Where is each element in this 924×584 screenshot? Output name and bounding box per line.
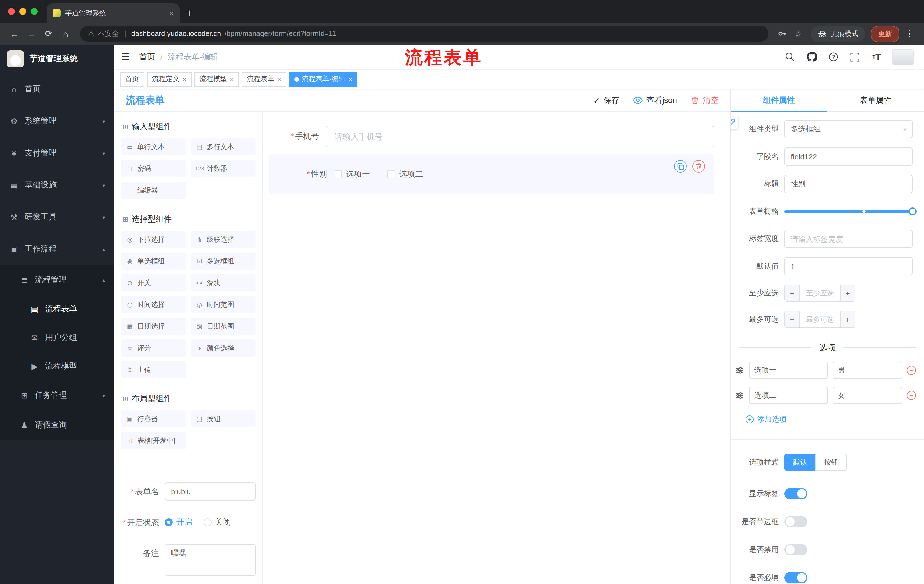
palette-item-cascader[interactable]: ⋔级联选择 bbox=[191, 231, 256, 248]
tab-component-properties[interactable]: 组件属性 bbox=[731, 89, 827, 112]
palette-item-time-range[interactable]: ◶时间范围 bbox=[191, 296, 256, 313]
form-canvas[interactable]: *手机号 bbox=[263, 112, 730, 584]
tag-close-icon[interactable]: × bbox=[277, 76, 281, 82]
sidebar-item-dev-tools[interactable]: ⚒ 研发工具 ▾ bbox=[0, 201, 114, 233]
palette-item-multi-line-text[interactable]: ▤多行文本 bbox=[191, 138, 256, 155]
palette-item-button[interactable]: ▢按钮 bbox=[191, 410, 256, 428]
palette-item-rate[interactable]: ☆评分 bbox=[121, 339, 186, 357]
tag-close-icon[interactable]: × bbox=[348, 76, 352, 82]
required-switch[interactable] bbox=[784, 572, 807, 584]
decrease-button[interactable]: − bbox=[785, 285, 800, 301]
view-json-button[interactable]: 查看json bbox=[633, 95, 677, 105]
sidebar-item-system-management[interactable]: ⚙ 系统管理 ▾ bbox=[0, 105, 114, 137]
palette-item-password[interactable]: ⊡密码 bbox=[121, 160, 186, 177]
binding-drawer-handle[interactable] bbox=[731, 114, 738, 129]
style-button-button[interactable]: 按钮 bbox=[815, 454, 847, 471]
copy-field-button[interactable] bbox=[674, 160, 687, 173]
sidebar-item-workflow[interactable]: ▣ 工作流程 ▴ bbox=[0, 233, 114, 265]
slider-handle[interactable] bbox=[909, 207, 917, 216]
sidebar-item-process-management[interactable]: ≣ 流程管理 ▴ bbox=[0, 265, 114, 295]
checkbox-box-icon[interactable] bbox=[334, 170, 342, 178]
breadcrumb-home[interactable]: 首页 bbox=[139, 52, 155, 62]
increase-button[interactable]: + bbox=[840, 285, 855, 301]
tag-close-icon[interactable]: × bbox=[230, 76, 234, 82]
status-on-radio[interactable]: 开启 bbox=[165, 517, 192, 527]
forward-button[interactable]: → bbox=[24, 26, 39, 41]
status-off-radio[interactable]: 关闭 bbox=[203, 517, 231, 527]
palette-item-single-line-text[interactable]: ▭单行文本 bbox=[121, 138, 186, 155]
tag-process-definition[interactable]: 流程定义 × bbox=[147, 72, 191, 87]
add-option-button[interactable]: + 添加选项 bbox=[746, 414, 924, 424]
window-minimize-button[interactable] bbox=[20, 8, 26, 15]
search-icon[interactable] bbox=[783, 51, 796, 63]
min-select-value[interactable]: 至少应选 bbox=[800, 285, 840, 301]
palette-item-counter[interactable]: 123计数器 bbox=[191, 160, 256, 177]
phone-input[interactable] bbox=[326, 126, 714, 147]
palette-item-checkbox-group[interactable]: ☑多选框组 bbox=[191, 253, 256, 270]
checkbox-box-icon[interactable] bbox=[387, 170, 395, 178]
increase-button[interactable]: + bbox=[840, 311, 855, 327]
sidebar-item-infrastructure[interactable]: ▤ 基础设施 ▾ bbox=[0, 169, 114, 201]
option-label-input[interactable] bbox=[749, 362, 828, 379]
sidebar-item-process-form[interactable]: ▤ 流程表单 bbox=[0, 295, 114, 323]
menu-fold-icon[interactable]: ☰ bbox=[121, 51, 130, 63]
decrease-button[interactable]: − bbox=[785, 311, 800, 327]
palette-item-dropdown-select[interactable]: ◎下拉选择 bbox=[121, 231, 186, 248]
tag-process-form[interactable]: 流程表单 × bbox=[242, 72, 287, 87]
remove-option-button[interactable]: − bbox=[907, 366, 916, 375]
min-select-stepper[interactable]: − 至少应选 + bbox=[784, 285, 855, 302]
canvas-field-phone[interactable]: *手机号 bbox=[269, 126, 714, 147]
form-grid-slider[interactable] bbox=[784, 202, 912, 220]
sidebar-item-leave-query[interactable]: ♟ 请假查询 bbox=[0, 410, 114, 440]
palette-item-editor[interactable]: 编辑器 bbox=[121, 182, 186, 199]
palette-item-row-container[interactable]: ▣行容器 bbox=[121, 410, 186, 428]
palette-item-switch[interactable]: ⊙开关 bbox=[121, 274, 186, 291]
sidebar-item-home[interactable]: ⌂ 首页 bbox=[0, 73, 114, 105]
disabled-switch[interactable] bbox=[784, 544, 807, 555]
reload-button[interactable]: ⟳ bbox=[41, 26, 56, 41]
browser-tab[interactable]: 芋道管理系统 × bbox=[47, 3, 180, 23]
palette-item-table[interactable]: ⊞表格[开发中] bbox=[121, 432, 186, 449]
password-key-icon[interactable] bbox=[776, 29, 789, 38]
component-type-select[interactable]: 多选框组 ▾ bbox=[784, 120, 912, 138]
tag-home[interactable]: 首页 bbox=[120, 72, 144, 87]
fullscreen-icon[interactable] bbox=[848, 51, 861, 63]
form-name-input[interactable] bbox=[165, 482, 256, 500]
sidebar-item-user-group[interactable]: ✉ 用户分组 bbox=[0, 323, 114, 352]
remark-textarea[interactable]: 嘿嘿 bbox=[165, 544, 256, 576]
back-button[interactable]: ← bbox=[7, 26, 22, 41]
slider-track[interactable] bbox=[784, 210, 912, 213]
tag-close-icon[interactable]: × bbox=[182, 76, 186, 82]
field-name-input[interactable] bbox=[784, 147, 912, 166]
new-tab-button[interactable]: + bbox=[186, 8, 192, 18]
user-avatar[interactable] bbox=[892, 49, 914, 65]
sidebar-item-process-model[interactable]: ▶ 流程模型 bbox=[0, 352, 114, 380]
sidebar-item-task-management[interactable]: ⊞ 任务管理 ▾ bbox=[0, 380, 114, 410]
default-value-input[interactable] bbox=[784, 257, 912, 275]
show-label-switch[interactable] bbox=[784, 488, 807, 499]
save-button[interactable]: ✓ 保存 bbox=[593, 95, 619, 105]
clear-button[interactable]: 清空 bbox=[691, 95, 719, 105]
canvas-field-gender-selected[interactable]: *性别 选项一 选项二 bbox=[269, 154, 714, 194]
checkbox-option-1[interactable]: 选项一 bbox=[334, 169, 370, 179]
tag-process-model[interactable]: 流程模型 × bbox=[195, 72, 239, 87]
window-close-button[interactable] bbox=[8, 8, 15, 15]
font-size-icon[interactable]: TT bbox=[870, 51, 883, 63]
help-icon[interactable]: ? bbox=[827, 51, 839, 63]
palette-item-time-picker[interactable]: ◷时间选择 bbox=[121, 296, 186, 313]
style-default-button[interactable]: 默认 bbox=[784, 454, 815, 471]
delete-field-button[interactable] bbox=[693, 160, 705, 173]
browser-home-button[interactable]: ⌂ bbox=[58, 26, 73, 41]
option-value-input[interactable] bbox=[833, 387, 902, 404]
github-icon[interactable] bbox=[805, 51, 818, 63]
border-switch[interactable] bbox=[784, 516, 807, 527]
browser-menu-icon[interactable]: ⋮ bbox=[902, 29, 917, 39]
window-zoom-button[interactable] bbox=[31, 8, 38, 15]
browser-update-button[interactable]: 更新 bbox=[871, 25, 899, 42]
sidebar-item-payment-management[interactable]: ¥ 支付管理 ▾ bbox=[0, 137, 114, 169]
title-input[interactable] bbox=[784, 175, 912, 193]
sidebar-logo-row[interactable]: 芋道管理系统 bbox=[0, 44, 114, 73]
palette-item-upload[interactable]: ↥上传 bbox=[121, 361, 186, 378]
security-label[interactable]: 不安全 bbox=[98, 29, 119, 39]
checkbox-option-2[interactable]: 选项二 bbox=[387, 169, 423, 179]
